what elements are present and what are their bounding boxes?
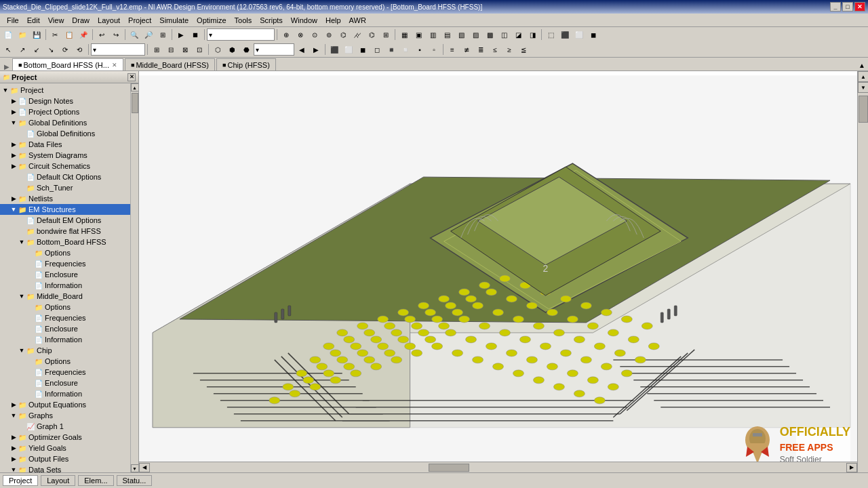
- tb-btn-b2[interactable]: ▣: [412, 28, 425, 41]
- tb-r2-21[interactable]: ◽: [399, 43, 412, 56]
- minimize-btn[interactable]: _: [830, 2, 841, 12]
- h-scroll-thumb[interactable]: [429, 464, 469, 472]
- tb-r2-13[interactable]: ⬣: [239, 43, 253, 56]
- scroll-up-arrow[interactable]: ▲: [131, 83, 139, 92]
- tb-r2-18[interactable]: ◼: [356, 43, 370, 56]
- tree-item-global-definitions-child[interactable]: 📄Global Definitions: [0, 128, 130, 139]
- tree-item-netlists[interactable]: ▶📁Netlists: [0, 193, 130, 204]
- close-btn[interactable]: ✕: [854, 2, 865, 12]
- tb-cut[interactable]: ✂: [48, 28, 62, 41]
- menu-view[interactable]: View: [44, 16, 68, 25]
- scroll-down-arrow[interactable]: ▼: [131, 464, 139, 472]
- menu-file[interactable]: File: [3, 16, 23, 25]
- tree-item-mb-enclosure[interactable]: 📄Enclosure: [0, 323, 130, 334]
- tb-r2-1[interactable]: ↖: [1, 43, 15, 56]
- tb-btn-c3[interactable]: ⬜: [572, 28, 586, 41]
- tree-item-bondwire-flat-hfss[interactable]: 📁bondwire flat HFSS: [0, 226, 130, 237]
- tb-btn-b8[interactable]: ◫: [497, 28, 511, 41]
- tree-item-chip[interactable]: ▼📁Chip: [0, 345, 130, 356]
- tree-item-project-options[interactable]: ▶📄Project Options: [0, 106, 130, 117]
- tree-item-graphs[interactable]: ▼📁Graphs: [0, 410, 130, 421]
- scroll-bottom-btn[interactable]: ▼: [858, 82, 868, 93]
- tree-item-default-em-options[interactable]: 📄Default EM Options: [0, 215, 130, 226]
- tree-item-output-equations[interactable]: ▶📁Output Equations: [0, 399, 130, 410]
- tb-dropdown-1[interactable]: ▾: [207, 28, 275, 41]
- tb-save[interactable]: 💾: [30, 28, 43, 41]
- tb-r2-25[interactable]: ≢: [460, 43, 473, 56]
- tb-btn-b7[interactable]: ▩: [483, 28, 496, 41]
- tb-r2-9[interactable]: ⊠: [178, 43, 192, 56]
- tb-r2-16[interactable]: ⬛: [328, 43, 341, 56]
- tree-item-chip-frequencies[interactable]: 📄Frequencies: [0, 367, 130, 378]
- tree-item-design-notes[interactable]: ▶📄Design Notes: [0, 96, 130, 106]
- tree-item-em-structures[interactable]: ▼📁EM Structures: [0, 204, 130, 215]
- tree-item-chip-information[interactable]: 📄Information: [0, 388, 130, 399]
- status-tab-elem[interactable]: Elem...: [78, 475, 113, 486]
- tb-btn-a4[interactable]: ⊚: [322, 28, 336, 41]
- tb-r2-8[interactable]: ⊟: [164, 43, 178, 56]
- menu-awr[interactable]: AWR: [345, 16, 370, 25]
- tb-btn-a2[interactable]: ⊗: [294, 28, 307, 41]
- tb-r2-2[interactable]: ↗: [16, 43, 29, 56]
- tb-r2-3[interactable]: ↙: [30, 43, 43, 56]
- menu-scripts[interactable]: Scripts: [256, 16, 287, 25]
- tb-btn-a8[interactable]: ⊞: [379, 28, 393, 41]
- tb-r2-20[interactable]: ◾: [384, 43, 398, 56]
- tb-btn-a6[interactable]: ⌭: [351, 28, 364, 41]
- tree-item-graph-1[interactable]: 📈Graph 1: [0, 421, 130, 432]
- tb-btn-c4[interactable]: ◼: [587, 28, 600, 41]
- tab-chip[interactable]: ■ Chip (HFSS): [216, 58, 276, 70]
- tree-item-system-diagrams[interactable]: ▶📁System Diagrams: [0, 150, 130, 161]
- tb-btn-a7[interactable]: ⌬: [365, 28, 378, 41]
- tree-item-bottom-board-hfss[interactable]: ▼📁Bottom_Board HFSS: [0, 237, 130, 247]
- tb-btn-b10[interactable]: ◨: [526, 28, 539, 41]
- tb-new[interactable]: 📄: [1, 28, 15, 41]
- tree-item-data-sets[interactable]: ▼📁Data Sets: [0, 464, 130, 472]
- tree-item-default-ckt-options[interactable]: 📄Default Ckt Options: [0, 171, 130, 182]
- tb-simulate[interactable]: ▶: [174, 28, 188, 41]
- tree-item-sch-tuner[interactable]: 📁Sch_Tuner: [0, 182, 130, 193]
- tb-r2-27[interactable]: ≤: [488, 43, 502, 56]
- scroll-thumb[interactable]: [132, 93, 138, 113]
- tree-item-yield-goals[interactable]: ▶📁Yield Goals: [0, 443, 130, 453]
- menu-draw[interactable]: Draw: [68, 16, 94, 25]
- tab-bottom-board[interactable]: ■ Bottom_Board HFSS (H... ✕: [12, 58, 123, 70]
- menu-project[interactable]: Project: [124, 16, 155, 25]
- tb-btn-b4[interactable]: ▤: [440, 28, 454, 41]
- panel-close-btn[interactable]: ✕: [127, 73, 136, 81]
- tb-btn-c1[interactable]: ⬚: [544, 28, 557, 41]
- tb-btn-b1[interactable]: ▦: [397, 28, 411, 41]
- tb-r2-7[interactable]: ⊞: [150, 43, 163, 56]
- tb-r2-6[interactable]: ⟲: [73, 43, 86, 56]
- tb-open[interactable]: 📁: [16, 28, 29, 41]
- tree-item-mb-options[interactable]: 📁Options: [0, 302, 130, 312]
- scroll-left-btn[interactable]: ◀: [139, 463, 150, 472]
- tb-r2-14[interactable]: ◀: [295, 43, 309, 56]
- menu-edit[interactable]: Edit: [23, 16, 44, 25]
- tab-close-bottom-board[interactable]: ✕: [112, 62, 117, 68]
- tb-dropdown-3[interactable]: ▾: [254, 43, 294, 56]
- tb-btn-a5[interactable]: ⌬: [336, 28, 350, 41]
- tb-r2-4[interactable]: ↘: [44, 43, 58, 56]
- tb-r2-15[interactable]: ▶: [309, 43, 323, 56]
- tree-item-bb-frequencies[interactable]: 📄Frequencies: [0, 258, 130, 269]
- menu-layout[interactable]: Layout: [94, 16, 124, 25]
- tree-item-chip-options[interactable]: 📁Options: [0, 356, 130, 367]
- tree-item-global-definitions[interactable]: ▼📁Global Definitions: [0, 117, 130, 128]
- tb-paste[interactable]: 📌: [77, 28, 90, 41]
- tb-btn-b6[interactable]: ▨: [469, 28, 482, 41]
- tb-r2-17[interactable]: ⬜: [342, 43, 355, 56]
- tb-copy[interactable]: 📋: [62, 28, 76, 41]
- menu-tools[interactable]: Tools: [231, 16, 256, 25]
- tb-btn-c2[interactable]: ⬛: [558, 28, 572, 41]
- tb-r2-12[interactable]: ⬢: [225, 43, 239, 56]
- menu-simulate[interactable]: Simulate: [155, 16, 193, 25]
- maximize-btn[interactable]: □: [842, 2, 853, 12]
- tab-middle-board[interactable]: ■ Middle_Board (HFSS): [125, 58, 215, 70]
- tb-r2-29[interactable]: ≦: [517, 43, 530, 56]
- tb-btn-a3[interactable]: ⊙: [308, 28, 321, 41]
- tb-btn-b5[interactable]: ▧: [454, 28, 468, 41]
- tb-r2-22[interactable]: ▪: [413, 43, 427, 56]
- menu-help[interactable]: Help: [321, 16, 345, 25]
- tree-item-mb-information[interactable]: 📄Information: [0, 334, 130, 345]
